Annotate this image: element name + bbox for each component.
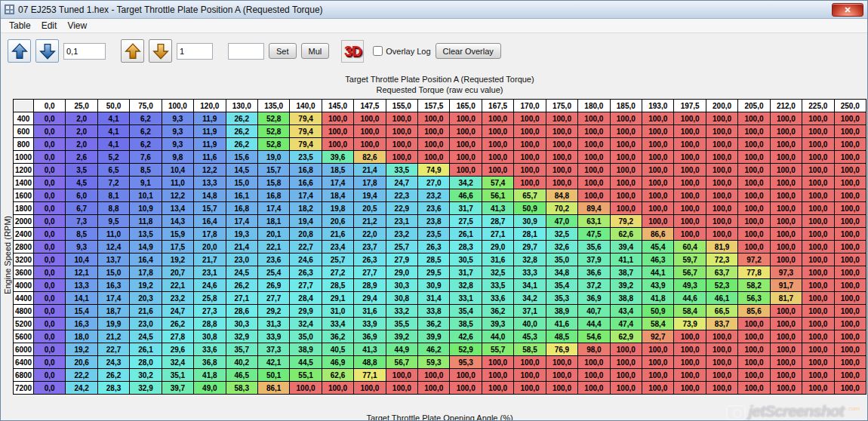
table-cell[interactable]: 100,0 [386,151,417,164]
table-cell[interactable]: 73,9 [674,318,706,330]
table-cell[interactable]: 100,0 [674,369,706,382]
increment-coarse-button[interactable] [8,39,31,63]
table-cell[interactable]: 23,2 [162,292,193,305]
table-cell[interactable]: 12,2 [194,164,226,177]
table-cell[interactable]: 100,0 [706,215,737,228]
table-cell[interactable]: 34,1 [514,279,546,292]
table-cell[interactable]: 15,7 [257,164,289,177]
table-cell[interactable]: 47,5 [578,228,610,241]
table-cell[interactable]: 100,0 [642,138,674,151]
table-cell[interactable]: 100,0 [514,112,546,125]
table-cell[interactable]: 100,0 [770,305,802,318]
column-header-cell[interactable]: 0,0 [34,100,66,112]
table-cell[interactable]: 27,3 [194,305,226,318]
table-cell[interactable]: 20,1 [257,228,289,241]
table-cell[interactable]: 23,7 [354,241,386,254]
column-header-cell[interactable]: 167,5 [482,100,513,112]
table-cell[interactable]: 4,1 [97,138,129,151]
table-cell[interactable]: 59,3 [418,356,450,369]
table-cell[interactable]: 24,7 [386,177,417,189]
table-cell[interactable]: 9,5 [97,215,129,228]
table-cell[interactable]: 95,3 [450,356,482,369]
table-cell[interactable]: 26,2 [162,318,193,330]
table-cell[interactable]: 58,2 [738,279,770,292]
table-cell[interactable]: 4,5 [66,177,97,189]
table-cell[interactable]: 29,5 [418,266,450,279]
column-header-cell[interactable]: 50,0 [97,100,129,112]
table-cell[interactable]: 100,0 [610,151,642,164]
table-cell[interactable]: 44,5 [290,356,322,369]
table-cell[interactable]: 17,8 [130,266,162,279]
table-cell[interactable]: 28,3 [97,382,129,395]
overlay-log-checkbox[interactable] [373,46,383,56]
table-cell[interactable]: 100,0 [322,382,353,395]
table-cell[interactable]: 16,8 [226,202,257,215]
column-header-cell[interactable]: 175,0 [546,100,577,112]
table-cell[interactable]: 100,0 [610,138,642,151]
row-header-cell[interactable]: 6800 [14,369,34,382]
table-cell[interactable]: 14,9 [130,241,162,254]
row-header-cell[interactable]: 3600 [14,266,34,279]
table-cell[interactable]: 31,7 [450,266,482,279]
table-cell[interactable]: 27,9 [386,254,417,266]
table-cell[interactable]: 14,3 [162,215,193,228]
table-cell[interactable]: 38,9 [290,343,322,356]
table-cell[interactable]: 32,8 [514,254,546,266]
table-cell[interactable]: 20,6 [322,215,353,228]
table-cell[interactable]: 100,0 [418,382,450,395]
table-cell[interactable]: 100,0 [834,241,866,254]
table-cell[interactable]: 10,1 [130,189,162,202]
table-cell[interactable]: 41,1 [610,254,642,266]
table-cell[interactable]: 100,0 [514,151,546,164]
table-cell[interactable]: 36,2 [322,330,353,343]
table-cell[interactable]: 86,6 [642,228,674,241]
table-cell[interactable]: 100,0 [418,151,450,164]
table-cell[interactable]: 100,0 [834,125,866,138]
table-cell[interactable]: 100,0 [770,138,802,151]
table-cell[interactable]: 100,0 [770,215,802,228]
close-icon[interactable]: ✕ [832,3,863,17]
table-cell[interactable]: 39,6 [322,151,353,164]
row-header-cell[interactable]: 5200 [14,318,34,330]
table-cell[interactable]: 4,1 [97,125,129,138]
column-header-cell[interactable]: 147,5 [354,100,386,112]
table-cell[interactable]: 46,3 [642,254,674,266]
table-cell[interactable]: 16,8 [290,164,322,177]
table-cell[interactable]: 32,9 [130,382,162,395]
table-cell[interactable]: 62,6 [322,369,353,382]
table-cell[interactable]: 100,0 [578,112,610,125]
table-cell[interactable]: 0,0 [34,177,66,189]
table-cell[interactable]: 27,5 [450,215,482,228]
table-cell[interactable]: 100,0 [770,112,802,125]
table-cell[interactable]: 32,5 [482,266,513,279]
table-cell[interactable]: 100,0 [706,177,737,189]
fine-increment-input[interactable] [177,43,213,60]
table-cell[interactable]: 22,7 [290,241,322,254]
table-cell[interactable]: 20,3 [130,292,162,305]
coarse-increment-input[interactable] [63,43,106,60]
table-cell[interactable]: 35,4 [546,279,577,292]
table-cell[interactable]: 0,0 [34,125,66,138]
table-cell[interactable]: 27,0 [418,177,450,189]
column-header-cell[interactable]: 200,0 [706,100,737,112]
table-cell[interactable]: 100,0 [674,138,706,151]
table-cell[interactable]: 100,0 [642,215,674,228]
table-cell[interactable]: 100,0 [802,189,834,202]
table-cell[interactable]: 0,0 [34,241,66,254]
mul-button[interactable]: Mul [301,43,330,59]
table-cell[interactable]: 9,3 [162,125,193,138]
table-cell[interactable]: 100,0 [546,177,577,189]
table-cell[interactable]: 15,7 [194,202,226,215]
table-cell[interactable]: 100,0 [418,369,450,382]
table-cell[interactable]: 10,4 [162,164,193,177]
table-cell[interactable]: 26,2 [97,369,129,382]
table-cell[interactable]: 100,0 [770,356,802,369]
table-cell[interactable]: 100,0 [738,138,770,151]
table-cell[interactable]: 17,4 [257,202,289,215]
table-cell[interactable]: 23,8 [418,215,450,228]
table-cell[interactable]: 100,0 [674,343,706,356]
table-cell[interactable]: 100,0 [706,151,737,164]
table-cell[interactable]: 98,0 [578,343,610,356]
table-cell[interactable]: 100,0 [802,356,834,369]
table-cell[interactable]: 79,4 [290,112,322,125]
